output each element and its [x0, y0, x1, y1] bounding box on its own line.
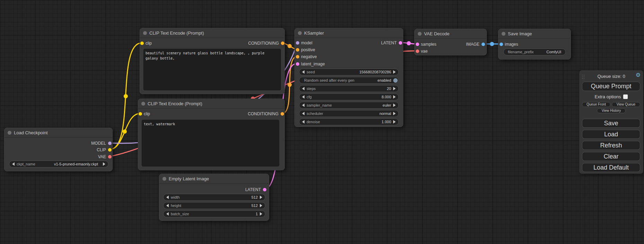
ckpt-name-widget[interactable]: ckpt_name v1-5-pruned-emaonly.ckpt	[9, 161, 108, 168]
prev-value-icon[interactable]	[302, 112, 305, 115]
clear-button[interactable]: Clear	[582, 152, 640, 161]
node-title-bar[interactable]: VAE Decode	[415, 29, 486, 39]
input-label-clip: clip	[145, 41, 152, 46]
extra-options-checkbox[interactable]	[623, 94, 628, 99]
node-title-bar[interactable]: CLIP Text Encode (Prompt)	[138, 99, 284, 109]
prev-value-icon[interactable]	[302, 87, 305, 90]
filename-prefix-widget[interactable]: filename_prefix ComfyUI	[503, 48, 566, 55]
next-value-icon[interactable]	[393, 120, 396, 124]
steps-widget[interactable]: steps 20	[299, 85, 399, 92]
output-dot-image[interactable]	[482, 43, 485, 46]
queue-front-button[interactable]: Queue Front	[582, 102, 610, 107]
node-empty-latent-image[interactable]: Empty Latent Image LATENT width 512 heig…	[159, 174, 269, 221]
collapse-dot-icon[interactable]	[162, 177, 166, 181]
output-dot-vae[interactable]	[108, 155, 112, 159]
queue-prompt-button[interactable]: Queue Prompt	[582, 82, 640, 91]
toggle-circle-icon[interactable]	[393, 78, 398, 83]
input-dot-negative[interactable]	[296, 55, 299, 58]
random-seed-toggle-widget[interactable]: Random seed after every gen enabled	[299, 77, 399, 84]
input-dot-model[interactable]	[296, 41, 299, 45]
output-dot-clip[interactable]	[108, 148, 112, 152]
link-dot-conditioning-positive	[288, 44, 292, 48]
node-load-checkpoint[interactable]: Load Checkpoint MODEL CLIP VAE ckpt_name…	[4, 128, 113, 171]
node-vae-decode[interactable]: VAE Decode samples vae IMAGE	[414, 29, 487, 55]
denoise-widget[interactable]: denoise 1.000	[299, 118, 399, 125]
output-dot-latent[interactable]	[399, 41, 402, 45]
node-clip-text-encode-negative[interactable]: CLIP Text Encode (Prompt) clip CONDITION…	[138, 99, 285, 170]
prev-value-icon[interactable]	[302, 103, 305, 107]
sampler-name-widget[interactable]: sampler_name euler	[299, 102, 399, 109]
node-title-bar[interactable]: Load Checkpoint	[5, 128, 112, 138]
scheduler-widget[interactable]: scheduler normal	[299, 110, 399, 117]
node-title-bar[interactable]: KSampler	[295, 28, 403, 38]
widget-label: Random seed after every gen	[304, 78, 354, 82]
input-dot-images[interactable]	[500, 43, 503, 46]
widget-value: enabled	[378, 78, 391, 82]
input-dot-vae[interactable]	[416, 49, 419, 53]
node-graph-canvas[interactable]: Load Checkpoint MODEL CLIP VAE ckpt_name…	[0, 0, 644, 244]
widget-value: 512	[252, 204, 258, 208]
next-value-icon[interactable]	[393, 95, 396, 99]
load-button[interactable]: Load	[582, 130, 640, 139]
seed-widget[interactable]: seed 156680208700286	[299, 69, 399, 75]
collapse-dot-icon[interactable]	[8, 131, 11, 135]
settings-gear-icon[interactable]: ⚙	[636, 72, 641, 78]
output-dot-conditioning[interactable]	[281, 42, 284, 45]
output-dot-conditioning[interactable]	[281, 112, 284, 116]
input-dot-clip[interactable]	[140, 42, 144, 45]
next-value-icon[interactable]	[260, 196, 262, 199]
widget-label: scheduler	[307, 111, 323, 116]
prev-value-icon[interactable]	[302, 120, 305, 124]
input-label-latent-image: latent_image	[301, 62, 325, 66]
widget-label: cfg	[307, 95, 312, 99]
save-button[interactable]: Save	[582, 119, 640, 128]
input-dot-latent-image[interactable]	[296, 62, 299, 66]
width-widget[interactable]: width 512	[163, 194, 265, 201]
view-queue-button[interactable]: View Queue	[612, 102, 640, 107]
node-title-bar[interactable]: CLIP Text Encode (Prompt)	[140, 28, 284, 38]
next-value-icon[interactable]	[260, 212, 262, 216]
prev-value-icon[interactable]	[12, 162, 15, 166]
next-value-icon[interactable]	[260, 204, 262, 207]
collapse-dot-icon[interactable]	[418, 32, 422, 36]
input-dot-clip[interactable]	[139, 112, 142, 116]
node-title: CLIP Text Encode (Prompt)	[149, 28, 204, 38]
widget-label: height	[171, 204, 181, 208]
prev-value-icon[interactable]	[166, 212, 169, 216]
prompt-textarea[interactable]: text, watermark	[142, 120, 279, 166]
link-dot-clip-negative	[123, 129, 127, 134]
batch-size-widget[interactable]: batch_size 1	[163, 210, 265, 217]
output-dot-model[interactable]	[108, 142, 112, 145]
node-title-bar[interactable]: Save Image	[499, 29, 571, 39]
collapse-dot-icon[interactable]	[143, 31, 147, 35]
prev-value-icon[interactable]	[302, 95, 305, 99]
collapse-dot-icon[interactable]	[141, 102, 145, 106]
link-dot-latent-samples	[407, 41, 411, 45]
cfg-widget[interactable]: cfg 8.000	[299, 93, 399, 100]
input-dot-positive[interactable]	[296, 48, 299, 52]
output-dot-latent[interactable]	[263, 188, 266, 191]
prev-value-icon[interactable]	[302, 70, 305, 74]
height-widget[interactable]: height 512	[163, 202, 265, 209]
widget-value: 1.000	[381, 120, 391, 124]
node-clip-text-encode-positive[interactable]: CLIP Text Encode (Prompt) clip CONDITION…	[140, 28, 285, 94]
view-history-button[interactable]: View History	[597, 108, 626, 113]
next-value-icon[interactable]	[393, 103, 396, 107]
node-save-image[interactable]: Save Image images filename_prefix ComfyU…	[498, 29, 571, 60]
next-value-icon[interactable]	[103, 162, 105, 166]
widget-value: 156680208700286	[359, 70, 391, 74]
next-value-icon[interactable]	[393, 87, 396, 90]
node-ksampler[interactable]: KSampler model positive negative latent_…	[294, 28, 403, 127]
next-value-icon[interactable]	[393, 112, 396, 115]
collapse-dot-icon[interactable]	[502, 32, 505, 36]
next-value-icon[interactable]	[393, 70, 396, 74]
input-label-clip: clip	[144, 111, 150, 116]
collapse-dot-icon[interactable]	[298, 31, 302, 35]
load-default-button[interactable]: Load Default	[582, 163, 640, 172]
prompt-textarea[interactable]: beautiful scenery nature glass bottle la…	[143, 49, 281, 90]
input-dot-samples[interactable]	[416, 43, 419, 46]
prev-value-icon[interactable]	[166, 196, 169, 199]
prev-value-icon[interactable]	[166, 204, 169, 207]
refresh-button[interactable]: Refresh	[582, 141, 640, 150]
node-title-bar[interactable]: Empty Latent Image	[159, 174, 269, 184]
